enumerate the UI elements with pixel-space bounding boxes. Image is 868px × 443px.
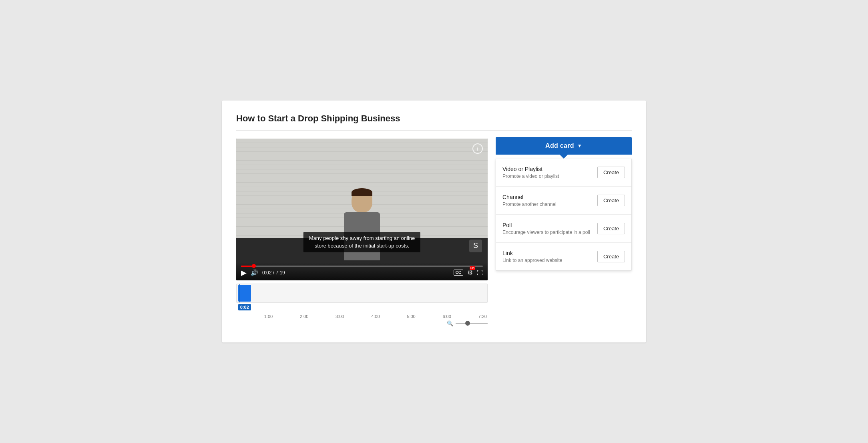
timeline-zoom: 🔍: [236, 320, 488, 326]
card-option-channel-text: Channel Promote another channel: [502, 194, 557, 207]
video-controls: ▶ 🔊 0:02 / 7:19 CC ⚙ HD: [236, 262, 488, 280]
label-5: 5:00: [407, 314, 415, 319]
cc-button[interactable]: CC: [454, 270, 463, 276]
progress-dot: [252, 264, 256, 268]
time-total: 7:19: [275, 270, 285, 276]
label-3: 3:00: [336, 314, 344, 319]
create-channel-button[interactable]: Create: [597, 195, 625, 206]
video-player[interactable]: i S Many people shy away from starting a…: [236, 139, 488, 280]
settings-button[interactable]: ⚙ HD: [467, 269, 473, 276]
card-option-link[interactable]: Link Link to an approved website Create: [496, 243, 631, 270]
video-caption: Many people shy away from starting an on…: [303, 232, 420, 252]
card-option-video-text: Video or Playlist Promote a video or pla…: [502, 166, 559, 179]
card-option-video-desc: Promote a video or playlist: [502, 173, 559, 179]
timeline-playhead: [239, 284, 240, 302]
label-6: 6:00: [442, 314, 451, 319]
caption-line1: Many people shy away from starting an on…: [309, 235, 415, 241]
card-option-poll-desc: Encourage viewers to participate in a po…: [502, 230, 590, 235]
page-title: How to Start a Drop Shipping Business: [236, 113, 632, 124]
caption-line2: store because of the initial start-up co…: [315, 243, 409, 249]
card-option-channel[interactable]: Channel Promote another channel Create: [496, 187, 631, 215]
card-option-link-desc: Link to an approved website: [502, 258, 562, 263]
zoom-icon: 🔍: [447, 320, 453, 326]
card-options-list: Video or Playlist Promote a video or pla…: [496, 159, 632, 271]
card-option-channel-title: Channel: [502, 194, 557, 200]
progress-bar[interactable]: [241, 266, 483, 267]
add-card-label: Add card: [545, 142, 574, 149]
dropdown-caret: [560, 155, 568, 159]
label-7: 7:20: [478, 314, 487, 319]
person-head: [352, 188, 372, 212]
dropdown-panel: Add card ▼ Video or Playlist Promote a v…: [496, 137, 632, 271]
controls-row: ▶ 🔊 0:02 / 7:19 CC ⚙ HD: [241, 268, 483, 277]
card-option-link-text: Link Link to an approved website: [502, 250, 562, 263]
label-2: 2:00: [300, 314, 308, 319]
play-button[interactable]: ▶: [241, 268, 247, 277]
zoom-knob[interactable]: [465, 321, 470, 326]
volume-button[interactable]: 🔊: [251, 269, 258, 276]
timeline-bar[interactable]: 0:02: [236, 284, 488, 303]
create-link-button[interactable]: Create: [597, 251, 625, 262]
video-section: i S Many people shy away from starting a…: [236, 139, 488, 326]
card-option-poll-text: Poll Encourage viewers to participate in…: [502, 222, 590, 235]
hd-badge: HD: [470, 266, 475, 270]
timeline-timestamp: 0:02: [238, 304, 251, 310]
main-container: How to Start a Drop Shipping Business i …: [222, 101, 646, 342]
card-option-link-title: Link: [502, 250, 562, 256]
video-time: 0:02 / 7:19: [262, 270, 285, 276]
card-option-video-title: Video or Playlist: [502, 166, 559, 172]
shopify-logo: S: [469, 240, 482, 252]
controls-right: CC ⚙ HD ⛶: [454, 269, 483, 276]
create-poll-button[interactable]: Create: [597, 223, 625, 234]
create-video-playlist-button[interactable]: Create: [597, 167, 625, 178]
card-option-poll[interactable]: Poll Encourage viewers to participate in…: [496, 215, 631, 243]
timeline-labels: 1:00 2:00 3:00 4:00 5:00 6:00 7:20: [236, 314, 488, 319]
label-4: 4:00: [371, 314, 380, 319]
dropdown-arrow-icon: ▼: [577, 143, 582, 149]
fullscreen-button[interactable]: ⛶: [477, 269, 483, 276]
card-option-channel-desc: Promote another channel: [502, 201, 557, 207]
zoom-slider[interactable]: [456, 323, 488, 324]
card-option-poll-title: Poll: [502, 222, 590, 228]
title-divider: [236, 130, 632, 131]
timeline-section: 0:02 1:00 2:00 3:00 4:00 5:00 6:00 7:20 …: [236, 284, 488, 326]
time-current: 0:02: [262, 270, 271, 276]
progress-fill: [241, 266, 252, 267]
card-option-video-playlist[interactable]: Video or Playlist Promote a video or pla…: [496, 159, 631, 187]
add-card-button[interactable]: Add card ▼: [496, 137, 632, 155]
main-content: i S Many people shy away from starting a…: [236, 139, 632, 326]
person-hair: [352, 188, 372, 196]
label-1: 1:00: [264, 314, 273, 319]
